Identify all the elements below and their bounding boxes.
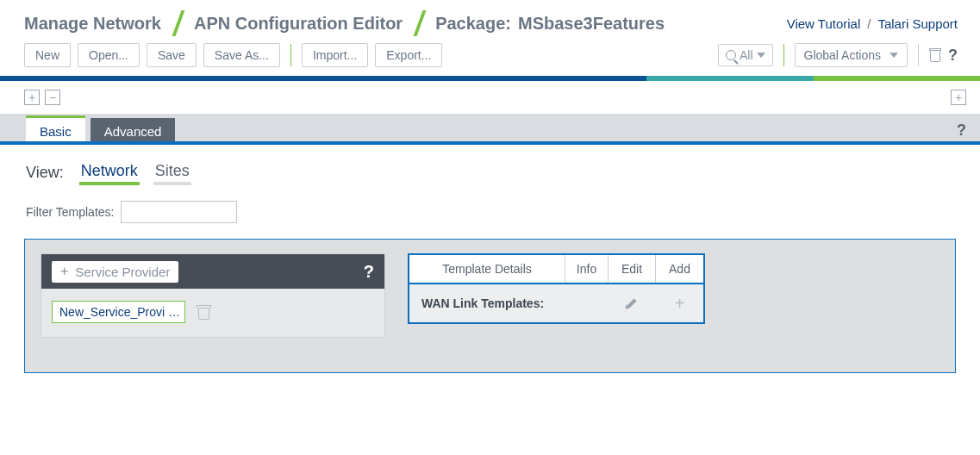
templates-panel: + Service Provider ? New_Service_Provi ……: [24, 239, 956, 373]
service-provider-card: + Service Provider ? New_Service_Provi …: [41, 253, 385, 338]
service-provider-item[interactable]: New_Service_Provi …: [52, 301, 185, 323]
crumb-package-label: Package:: [435, 14, 511, 34]
toolbar: New Open... Save Save As... Import... Ex…: [0, 43, 980, 76]
breadcrumb-sep-icon: [413, 12, 425, 34]
plus-icon: +: [60, 265, 68, 278]
delete-service-provider-icon[interactable]: [197, 305, 210, 320]
expand-all-button[interactable]: +: [24, 90, 40, 105]
breadcrumb: Manage Network APN Configuration Editor …: [24, 12, 665, 34]
toolbar-separator: [918, 44, 919, 66]
wan-link-templates-label: WAN Link Templates:: [409, 284, 565, 322]
search-all-label: All: [740, 48, 753, 62]
import-button[interactable]: Import...: [302, 43, 368, 67]
breadcrumb-sep-icon: [172, 12, 184, 34]
tab-advanced[interactable]: Advanced: [91, 118, 176, 145]
crumb-package-value: MSbase3Features: [518, 14, 665, 34]
view-tab-sites[interactable]: Sites: [155, 162, 190, 184]
open-button[interactable]: Open...: [78, 43, 140, 67]
view-tab-network[interactable]: Network: [81, 162, 138, 184]
accent-strip: [0, 76, 980, 81]
save-button[interactable]: Save: [147, 43, 197, 67]
crumb-manage-network[interactable]: Manage Network: [24, 14, 161, 34]
col-edit: Edit: [609, 255, 656, 283]
filter-templates-label: Filter Templates:: [26, 205, 114, 219]
new-button[interactable]: New: [24, 43, 71, 67]
tab-help-icon[interactable]: ?: [957, 122, 966, 140]
search-icon: [726, 50, 736, 60]
toolbar-separator: [783, 44, 784, 66]
collapse-all-button[interactable]: −: [45, 90, 60, 105]
view-label: View:: [26, 164, 64, 182]
expand-right-button[interactable]: +: [951, 90, 966, 105]
service-provider-help-icon[interactable]: ?: [364, 262, 374, 282]
add-service-provider-label: Service Provider: [75, 265, 170, 279]
toolbar-separator: [290, 44, 291, 66]
col-info: Info: [565, 255, 609, 283]
export-button[interactable]: Export...: [375, 43, 442, 67]
talari-support-link[interactable]: Talari Support: [877, 16, 958, 31]
search-all-dropdown[interactable]: All: [718, 44, 773, 66]
edit-icon[interactable]: [626, 296, 640, 310]
filter-templates-input[interactable]: [121, 201, 237, 223]
chevron-down-icon: [889, 53, 898, 58]
mode-tabstrip: Basic Advanced ?: [0, 114, 980, 145]
view-tutorial-link[interactable]: View Tutorial: [787, 16, 861, 31]
col-template-details: Template Details: [409, 255, 565, 283]
trash-icon[interactable]: [929, 48, 941, 62]
add-service-provider-button[interactable]: + Service Provider: [52, 261, 178, 283]
crumb-apn-editor[interactable]: APN Configuration Editor: [194, 14, 403, 34]
save-as-button[interactable]: Save As...: [203, 43, 280, 67]
help-icon[interactable]: ?: [948, 47, 958, 65]
global-actions-dropdown[interactable]: Global Actions: [795, 43, 908, 67]
tab-basic[interactable]: Basic: [26, 118, 85, 145]
add-icon[interactable]: +: [675, 295, 685, 312]
global-actions-label: Global Actions: [804, 48, 882, 62]
header-link-sep: /: [867, 16, 871, 31]
chevron-down-icon: [757, 53, 765, 58]
template-details-table: Template Details Info Edit Add WAN Link …: [408, 253, 705, 324]
col-add: Add: [656, 255, 703, 283]
